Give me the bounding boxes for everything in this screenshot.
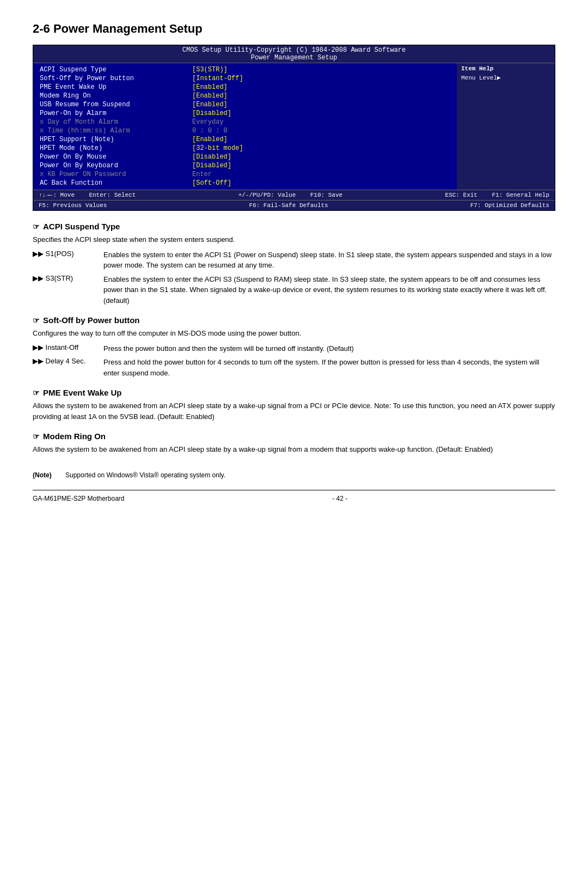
- footer-prev: F5: Previous Values: [39, 202, 107, 209]
- subsection-desc: Press the power button and then the syst…: [103, 343, 555, 354]
- bios-row-label: Power-On by Alarm: [40, 110, 192, 117]
- section-title: ☞ ACPI Suspend Type: [33, 222, 555, 231]
- subsection-label: ▶▶ Instant-Off: [33, 343, 103, 354]
- bios-row-value: [S3(STR)]: [192, 66, 228, 74]
- bios-help-title: Item Help: [461, 65, 550, 72]
- bios-row: x Time (hh:mm:ss) Alarm0 : 0 : 0: [38, 126, 452, 135]
- bios-main-content: ACPI Suspend Type[S3(STR)]Soft-Off by Po…: [33, 63, 555, 190]
- footer-esc: ESC: Exit: [445, 192, 477, 198]
- bios-setup-box: CMOS Setup Utility-Copyright (C) 1984-20…: [33, 45, 555, 211]
- bios-row-value: [Soft-Off]: [192, 179, 231, 187]
- bios-row-label: Soft-Off by Power button: [40, 75, 192, 82]
- bios-row-label: HPET Support (Note): [40, 136, 192, 143]
- page-footer: GA-M61PME-S2P Motherboard - 42 -: [33, 490, 555, 502]
- section-pme-event: ☞ PME Event Wake UpAllows the system to …: [33, 388, 555, 422]
- bios-help-text: Menu Level▶: [461, 74, 550, 81]
- bios-row-label: x Time (hh:mm:ss) Alarm: [40, 127, 192, 135]
- footer-select: Enter: Select: [89, 192, 136, 198]
- bios-settings-panel: ACPI Suspend Type[S3(STR)]Soft-Off by Po…: [33, 63, 457, 190]
- bios-footer: ↑↓→←: Move Enter: Select +/-/PU/PD: Valu…: [33, 190, 555, 200]
- note-section: (Note) Supported on Windows® Vista® oper…: [33, 471, 555, 479]
- footer-optimized: F7: Optimized Defaults: [470, 202, 549, 209]
- bios-row-value: Enter: [192, 171, 212, 178]
- subsection-label: ▶▶ S1(POS): [33, 250, 103, 271]
- phone-icon: ☞: [33, 389, 40, 397]
- section-intro: Specifies the ACPI sleep state when the …: [33, 234, 555, 245]
- footer-value: +/-/PU/PD: Value: [238, 192, 296, 198]
- section-intro: Allows the system to be awakened from an…: [33, 400, 555, 422]
- bios-row-label: HPET Mode (Note): [40, 144, 192, 152]
- page-title: 2-6 Power Management Setup: [33, 22, 555, 36]
- subsection: ▶▶ Instant-OffPress the power button and…: [33, 343, 555, 354]
- phone-icon: ☞: [33, 222, 40, 231]
- phone-icon: ☞: [33, 316, 40, 325]
- bios-row: Power On By Mouse[Disabled]: [38, 153, 452, 161]
- footer-page-num: - 42 -: [332, 495, 347, 502]
- section-title: ☞ Modem Ring On: [33, 432, 555, 441]
- bios-help-panel: Item Help Menu Level▶: [457, 63, 555, 190]
- sections-container: ☞ ACPI Suspend TypeSpecifies the ACPI sl…: [33, 222, 555, 455]
- bios-row-value: [Enabled]: [192, 83, 228, 91]
- bios-row-value: [Instant-Off]: [192, 75, 243, 82]
- page-container: 2-6 Power Management Setup CMOS Setup Ut…: [0, 0, 588, 524]
- note-label: (Note): [33, 471, 60, 479]
- bios-row-label: Power On By Mouse: [40, 153, 192, 161]
- bios-row-label: Modem Ring On: [40, 92, 192, 100]
- section-intro: Configures the way to turn off the compu…: [33, 328, 555, 339]
- subsection-desc: Press and hold the power button for 4 se…: [103, 357, 555, 378]
- bios-row: x Day of Month AlarmEveryday: [38, 118, 452, 126]
- section-acpi-suspend-type: ☞ ACPI Suspend TypeSpecifies the ACPI sl…: [33, 222, 555, 306]
- subsection: ▶▶ S1(POS)Enables the system to enter th…: [33, 250, 555, 271]
- bios-row-value: [Enabled]: [192, 92, 228, 100]
- bios-row: Soft-Off by Power button[Instant-Off]: [38, 74, 452, 83]
- section-title: ☞ Soft-Off by Power button: [33, 315, 555, 325]
- subsection-label: ▶▶ S3(STR): [33, 274, 103, 306]
- bios-row-label: USB Resume from Suspend: [40, 101, 192, 108]
- bios-header-line1: CMOS Setup Utility-Copyright (C) 1984-20…: [33, 45, 555, 63]
- subsection-desc: Enables the system to enter the ACPI S1 …: [103, 250, 555, 271]
- subsection: ▶▶ S3(STR)Enables the system to enter th…: [33, 274, 555, 306]
- section-soft-off-power: ☞ Soft-Off by Power buttonConfigures the…: [33, 315, 555, 378]
- bios-row-label: x Day of Month Alarm: [40, 118, 192, 126]
- section-intro: Allows the system to be awakened from an…: [33, 444, 555, 455]
- bios-footer-row2: F5: Previous Values F6: Fail-Safe Defaul…: [33, 200, 555, 210]
- bios-row: HPET Support (Note)[Enabled]: [38, 135, 452, 144]
- bios-row: Power-On by Alarm[Disabled]: [38, 109, 452, 118]
- bios-row-value: [32-bit mode]: [192, 144, 243, 152]
- subsection: ▶▶ Delay 4 Sec.Press and hold the power …: [33, 357, 555, 378]
- footer-save: F10: Save: [310, 192, 342, 198]
- bios-row: Power On By Keyboard[Disabled]: [38, 161, 452, 170]
- subsection-desc: Enables the system to enter the ACPI S3 …: [103, 274, 555, 306]
- phone-icon: ☞: [33, 432, 40, 441]
- bios-row-value: 0 : 0 : 0: [192, 127, 228, 135]
- bios-row: PME Event Wake Up[Enabled]: [38, 83, 452, 92]
- bios-row-label: Power On By Keyboard: [40, 162, 192, 169]
- bios-row-label: PME Event Wake Up: [40, 83, 192, 91]
- bios-row: ACPI Suspend Type[S3(STR)]: [38, 65, 452, 74]
- footer-failsafe: F6: Fail-Safe Defaults: [249, 202, 328, 209]
- bios-row-label: AC Back Function: [40, 179, 192, 187]
- bios-row-label: x KB Power ON Password: [40, 171, 192, 178]
- bios-row-value: [Disabled]: [192, 162, 231, 169]
- section-modem-ring: ☞ Modem Ring OnAllows the system to be a…: [33, 432, 555, 455]
- section-title: ☞ PME Event Wake Up: [33, 388, 555, 397]
- bios-row: x KB Power ON PasswordEnter: [38, 170, 452, 179]
- note-text: Supported on Windows® Vista® operating s…: [65, 471, 225, 479]
- footer-help: F1: General Help: [492, 192, 549, 198]
- bios-row-value: [Enabled]: [192, 101, 228, 108]
- bios-row-value: Everyday: [192, 118, 224, 126]
- bios-row-value: [Enabled]: [192, 136, 228, 143]
- bios-row: Modem Ring On[Enabled]: [38, 92, 452, 100]
- footer-move: ↑↓→←: Move: [39, 192, 75, 198]
- bios-row: AC Back Function[Soft-Off]: [38, 179, 452, 187]
- footer-motherboard: GA-M61PME-S2P Motherboard: [33, 495, 125, 502]
- bios-row: HPET Mode (Note)[32-bit mode]: [38, 144, 452, 153]
- subsection-label: ▶▶ Delay 4 Sec.: [33, 357, 103, 378]
- bios-row: USB Resume from Suspend[Enabled]: [38, 100, 452, 109]
- bios-row-value: [Disabled]: [192, 153, 231, 161]
- bios-row-label: ACPI Suspend Type: [40, 66, 192, 74]
- bios-row-value: [Disabled]: [192, 110, 231, 117]
